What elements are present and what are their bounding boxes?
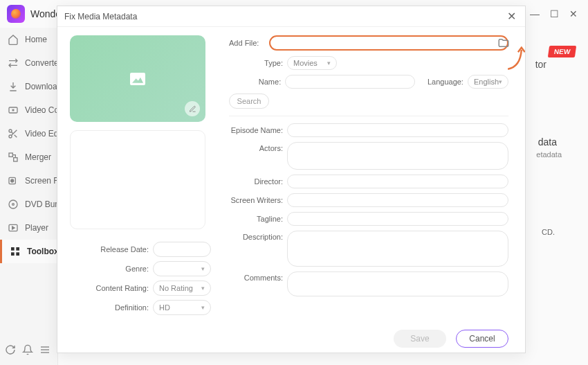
modal-right-panel: Add File: Type: Movies▾ Name: L bbox=[223, 27, 525, 323]
chevron-down-icon: ▾ bbox=[201, 285, 205, 292]
tagline-input[interactable] bbox=[287, 212, 508, 226]
name-label: Name: bbox=[229, 78, 281, 86]
cancel-button[interactable]: Cancel bbox=[456, 330, 508, 348]
chevron-down-icon: ▾ bbox=[327, 60, 331, 66]
tagline-label: Tagline: bbox=[229, 215, 283, 223]
callout-arrow-icon bbox=[503, 46, 525, 74]
content-rating-label: Content Rating: bbox=[96, 284, 149, 292]
save-button[interactable]: Save bbox=[394, 330, 446, 348]
modal-header: Fix Media Metadata ✕ bbox=[57, 6, 525, 27]
language-value: English bbox=[474, 78, 499, 86]
main-window: Wonder — ☐ ✕ Home Converter Download Vid… bbox=[0, 0, 588, 365]
content-rating-select[interactable]: No Rating▾ bbox=[153, 281, 211, 296]
definition-value: HD bbox=[159, 303, 170, 312]
content-rating-value: No Rating bbox=[159, 284, 193, 292]
name-input[interactable] bbox=[285, 75, 415, 89]
actors-label: Actors: bbox=[229, 142, 283, 152]
definition-label: Definition: bbox=[115, 303, 149, 312]
edit-preview-button[interactable] bbox=[185, 101, 200, 116]
chevron-down-icon: ▾ bbox=[201, 265, 205, 272]
modal-close-button[interactable]: ✕ bbox=[504, 10, 518, 24]
genre-label: Genre: bbox=[125, 265, 149, 273]
comments-label: Comments: bbox=[229, 271, 283, 282]
search-button[interactable]: Search bbox=[229, 94, 269, 109]
release-date-field[interactable] bbox=[153, 242, 211, 257]
divider bbox=[229, 116, 508, 116]
chevron-down-icon: ▾ bbox=[201, 304, 205, 311]
add-file-row: Add File: bbox=[229, 35, 508, 51]
add-file-label: Add File: bbox=[229, 39, 265, 47]
type-select[interactable]: Movies▾ bbox=[287, 56, 337, 70]
release-date-label: Release Date: bbox=[100, 245, 149, 253]
language-label: Language: bbox=[428, 78, 463, 86]
writers-label: Screen Writers: bbox=[229, 196, 283, 204]
image-placeholder-icon bbox=[130, 73, 145, 85]
definition-select[interactable]: HD▾ bbox=[153, 300, 211, 315]
fix-metadata-modal: Fix Media Metadata ✕ Release Date: bbox=[57, 6, 526, 353]
comments-input[interactable] bbox=[287, 271, 508, 296]
extra-preview-box bbox=[70, 130, 205, 229]
episode-input[interactable] bbox=[287, 123, 508, 137]
modal-footer: Save Cancel bbox=[57, 323, 525, 354]
add-file-input[interactable] bbox=[269, 35, 508, 51]
modal-title: Fix Media Metadata bbox=[64, 12, 137, 21]
genre-select[interactable]: ▾ bbox=[153, 261, 211, 276]
language-select[interactable]: English▾ bbox=[468, 75, 508, 89]
director-input[interactable] bbox=[287, 175, 508, 188]
type-label: Type: bbox=[229, 59, 283, 67]
description-input[interactable] bbox=[287, 231, 508, 267]
media-preview[interactable] bbox=[70, 35, 205, 122]
modal-left-panel: Release Date: Genre: ▾ Content Rating: N… bbox=[57, 27, 223, 323]
writers-input[interactable] bbox=[287, 193, 508, 207]
type-value: Movies bbox=[293, 59, 318, 67]
description-label: Description: bbox=[229, 231, 283, 241]
chevron-down-icon: ▾ bbox=[499, 78, 502, 85]
actors-input[interactable] bbox=[287, 142, 508, 170]
episode-label: Episode Name: bbox=[229, 126, 283, 134]
director-label: Director: bbox=[229, 177, 283, 186]
